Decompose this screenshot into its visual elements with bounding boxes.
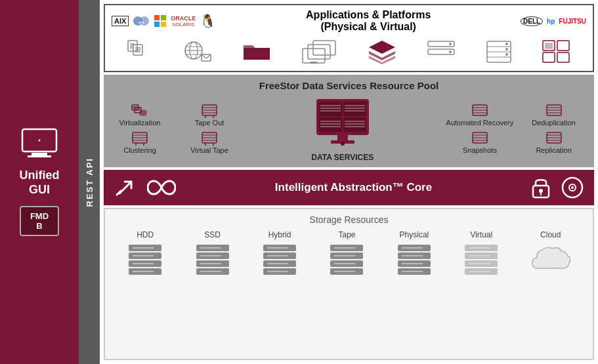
svg-rect-76 bbox=[319, 102, 342, 116]
folder-icon bbox=[242, 40, 271, 64]
svg-rect-47 bbox=[557, 52, 569, 62]
freestor-title: FreeStor Data Services Resource Pool bbox=[110, 80, 587, 91]
svg-rect-1 bbox=[32, 153, 47, 155]
automated-recovery-icon bbox=[472, 104, 488, 119]
oracle-logo: ORACLE SOLARIS bbox=[171, 15, 196, 28]
abstraction-bar: Intelligent Abstraction™ Core bbox=[104, 170, 594, 205]
svg-rect-9 bbox=[154, 22, 160, 27]
svg-rect-26 bbox=[308, 45, 330, 59]
snapshots-icon bbox=[472, 132, 488, 146]
sidebar-title: Unified GUI bbox=[20, 169, 60, 197]
abstraction-arrow-icon bbox=[114, 176, 137, 199]
lock-icon bbox=[531, 176, 551, 199]
storage-ssd: SSD bbox=[195, 230, 230, 277]
svg-point-43 bbox=[505, 53, 508, 56]
cloud-icon bbox=[531, 242, 570, 277]
virtual-storage-icon bbox=[463, 242, 499, 277]
sidebar: Unified GUI FMD B bbox=[0, 0, 79, 364]
virtual-tape-icon bbox=[202, 132, 217, 146]
storage-virtual: Virtual bbox=[463, 230, 499, 277]
abstraction-title: Intelligent Abstraction™ Core bbox=[186, 181, 521, 194]
aix-logo: AIX bbox=[112, 16, 129, 26]
freestor-section: FreeStor Data Services Resource Pool bbox=[104, 75, 594, 167]
service-deduplication: Deduplication bbox=[520, 104, 587, 127]
svg-rect-78 bbox=[319, 117, 342, 132]
disc-icon bbox=[561, 176, 584, 199]
svg-rect-79 bbox=[343, 117, 366, 132]
infinity-icon bbox=[147, 178, 176, 197]
storage-title: Storage Resources bbox=[112, 214, 586, 225]
virtualization-icon bbox=[131, 104, 148, 119]
storage-physical: Physical bbox=[396, 230, 432, 277]
svg-rect-45 bbox=[557, 41, 569, 51]
platform-title: Applications & Platforms (Physical & Vir… bbox=[216, 9, 521, 33]
storage-icon bbox=[427, 40, 456, 64]
data-services-label: DATA SERVICES bbox=[311, 153, 374, 162]
fujitsu-logo: FUJITSU bbox=[559, 18, 586, 25]
clustering-icon bbox=[132, 132, 148, 146]
server-rack-icon bbox=[486, 40, 512, 64]
svg-rect-2 bbox=[28, 155, 51, 157]
physical-icon bbox=[396, 242, 432, 277]
svg-rect-46 bbox=[543, 52, 555, 62]
vmware-logo: vm bbox=[133, 15, 150, 27]
dell-logo: DELL bbox=[521, 16, 543, 26]
services-left: Virtualization Tape Out bbox=[110, 104, 239, 154]
brand-logos: DELL hp FUJITSU bbox=[521, 16, 586, 26]
content-area: AIX vm ORA bbox=[100, 0, 598, 364]
tape-icon bbox=[329, 242, 364, 277]
ssd-icon bbox=[195, 242, 230, 277]
platform-logos: AIX vm ORA bbox=[112, 13, 216, 29]
storage-hdd: HDD bbox=[127, 230, 163, 277]
svg-text:vm: vm bbox=[139, 20, 144, 24]
rest-api-label: REST API bbox=[85, 157, 95, 207]
svg-rect-8 bbox=[161, 15, 166, 20]
services-right: Automated Recovery Deduplication bbox=[446, 104, 587, 154]
windows-logo bbox=[154, 14, 167, 28]
service-virtualization: Virtualization bbox=[110, 104, 169, 127]
svg-rect-29 bbox=[310, 62, 317, 64]
data-services-center: DATA SERVICES bbox=[310, 96, 375, 162]
svg-point-116 bbox=[571, 186, 574, 189]
storage-cloud: Cloud bbox=[531, 230, 570, 277]
svg-point-3 bbox=[39, 139, 41, 141]
svg-rect-10 bbox=[161, 22, 166, 27]
service-tape-out: Tape Out bbox=[180, 104, 239, 127]
service-snapshots: Snapshots bbox=[446, 132, 514, 154]
service-automated-recovery: Automated Recovery bbox=[446, 104, 514, 127]
hp-logo: hp bbox=[547, 18, 555, 25]
monitor-stack-icon bbox=[301, 39, 337, 64]
svg-rect-7 bbox=[154, 15, 160, 20]
document-icon bbox=[127, 39, 153, 64]
applications-section: AIX vm ORA bbox=[104, 4, 594, 72]
svg-point-35 bbox=[449, 43, 452, 45]
deduplication-icon bbox=[546, 104, 562, 119]
layers-icon bbox=[368, 39, 396, 64]
svg-rect-77 bbox=[343, 102, 366, 116]
svg-point-112 bbox=[539, 189, 543, 193]
svg-point-36 bbox=[449, 51, 452, 53]
svg-point-41 bbox=[505, 43, 508, 45]
service-replication: Replication bbox=[520, 132, 587, 154]
hdd-icon bbox=[127, 242, 163, 277]
fmdb-button[interactable]: FMD B bbox=[20, 206, 59, 236]
svg-rect-92 bbox=[337, 135, 348, 140]
service-clustering: Clustering bbox=[110, 132, 169, 154]
rest-api-bar: REST API bbox=[79, 0, 100, 364]
monitor-icon bbox=[20, 128, 59, 163]
grid-server-icon bbox=[542, 40, 571, 64]
replication-icon bbox=[546, 132, 562, 146]
svg-rect-56 bbox=[140, 110, 146, 115]
globe-email-icon bbox=[183, 40, 212, 64]
service-virtual-tape: Virtual Tape bbox=[180, 132, 239, 154]
data-services-icon bbox=[310, 96, 375, 149]
storage-section: Storage Resources HDD bbox=[104, 208, 594, 360]
storage-hybrid: Hybrid bbox=[262, 230, 297, 277]
hybrid-icon bbox=[262, 242, 297, 277]
svg-rect-27 bbox=[303, 49, 325, 63]
svg-point-94 bbox=[341, 142, 345, 146]
svg-marker-30 bbox=[369, 41, 395, 54]
linux-logo: 🐧 bbox=[200, 13, 216, 29]
svg-point-42 bbox=[505, 48, 508, 51]
svg-rect-25 bbox=[313, 41, 335, 55]
